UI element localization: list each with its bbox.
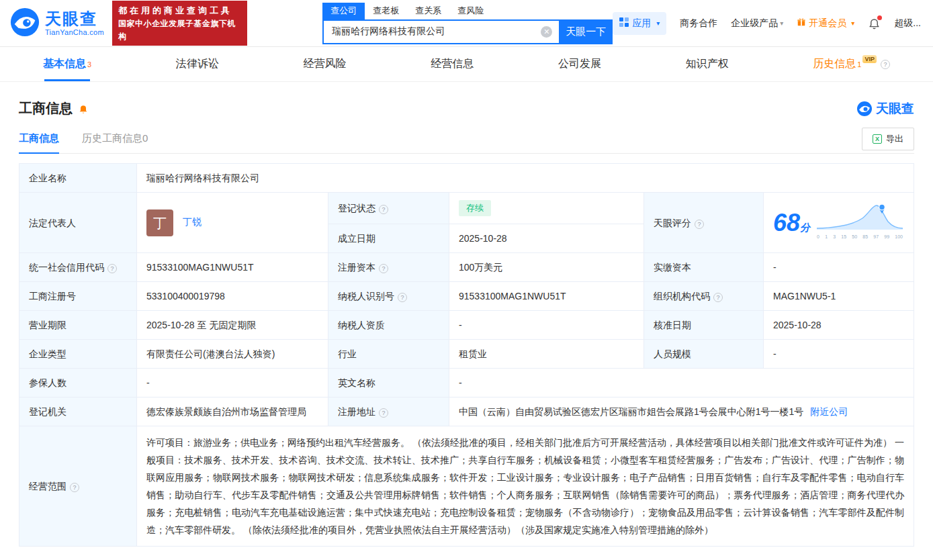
tianyancha-eye-icon — [856, 101, 873, 117]
field-label: 人员规模 — [644, 340, 764, 369]
org-code-value: MAG1NWU5-1 — [764, 282, 914, 311]
subtab-history-business-info[interactable]: 历史工商信息0 — [82, 124, 148, 153]
help-icon[interactable]: ? — [107, 264, 117, 273]
field-label: 营业期限 — [19, 311, 137, 340]
score-unit: 分 — [800, 222, 810, 233]
open-membership-menu[interactable]: 开通会员 ▾ — [797, 17, 854, 30]
help-icon[interactable]: ? — [379, 408, 388, 418]
reg-authority-value: 德宏傣族景颇族自治州市场监督管理局 — [137, 398, 328, 426]
search-block: 查公司 查老板 查关系 查风险 ✕ 天眼一下 — [322, 3, 613, 44]
subtab-business-info[interactable]: 工商信息 — [19, 124, 59, 153]
notification-bell[interactable] — [868, 17, 881, 30]
search-tab-boss[interactable]: 查老板 — [365, 3, 407, 19]
field-label: 英文名称 — [328, 369, 449, 398]
open-membership-label: 开通会员 — [809, 17, 846, 30]
legal-rep-avatar[interactable]: 丁 — [146, 209, 173, 236]
tab-company-development[interactable]: 公司发展 — [558, 47, 601, 81]
approval-date-value: 2025-10-28 — [764, 311, 914, 340]
legal-rep-cell: 丁 丁锐 — [137, 193, 328, 253]
apps-menu[interactable]: 应用 ▾ — [613, 12, 666, 35]
row-company-name: 企业名称 瑞丽哈行网络科技有限公司 — [19, 164, 914, 193]
reg-number-value: 533100400019798 — [137, 282, 328, 311]
apps-label: 应用 — [632, 17, 651, 30]
tab-operating-risk[interactable]: 经营风险 — [304, 47, 347, 81]
tab-history-count: 1 — [857, 60, 861, 68]
field-label: 参保人数 — [19, 369, 137, 398]
help-icon[interactable]: ? — [379, 205, 388, 214]
chevron-down-icon: ▾ — [851, 19, 854, 27]
tianyancha-logo[interactable]: 天眼查 TianYanCha.com — [9, 7, 104, 40]
reg-capital-value: 100万美元 — [449, 253, 644, 282]
legal-rep-name-link[interactable]: 丁锐 — [183, 216, 202, 227]
export-button[interactable]: X 导出 — [862, 128, 914, 150]
monitor-bell-icon[interactable] — [78, 103, 89, 114]
tab-operating-info[interactable]: 经营信息 — [431, 47, 474, 81]
reg-address-value: 中国（云南）自由贸易试验区德宏片区瑞丽市姐告会展路1号会展中心附1号一楼1号 — [459, 406, 803, 417]
export-label: 导出 — [886, 133, 903, 145]
top-header: 天眼查 TianYanCha.com 都在用的商业查询工具 国家中小企业发展子基… — [0, 0, 933, 47]
top-right-menu: 应用 ▾ 商务合作 企业级产品 ▾ 开通会员 ▾ 超级... — [613, 12, 921, 35]
field-label: 登记状态? — [328, 193, 449, 224]
field-label: 企业名称 — [19, 164, 137, 193]
enterprise-product-menu[interactable]: 企业级产品 ▾ — [731, 17, 783, 30]
row-reg-authority: 登记机关 德宏傣族景颇族自治州市场监督管理局 注册地址? 中国（云南）自由贸易试… — [19, 398, 914, 426]
field-label: 纳税人识别号? — [328, 282, 449, 311]
reg-address-cell: 中国（云南）自由贸易试验区德宏片区瑞丽市姐告会展路1号会展中心附1号一楼1号 附… — [449, 398, 914, 426]
row-insured-count: 参保人数 - 英文名称 - — [19, 369, 914, 398]
nearby-companies-link[interactable]: 附近公司 — [810, 406, 848, 417]
field-label: 登记机关 — [19, 398, 137, 426]
field-label: 经营范围? — [19, 426, 137, 547]
tianyancha-eye-icon — [9, 7, 40, 40]
row-credit-code: 统一社会信用代码? 91533100MAG1NWU51T 注册资本? 100万美… — [19, 253, 914, 282]
score-distribution-chart: 0131550859799100 — [817, 201, 903, 244]
business-scope-value: 许可项目：旅游业务；供电业务；网络预约出租汽车经营服务。 （依法须经批准的项目，… — [137, 426, 914, 547]
row-company-type: 企业类型 有限责任公司(港澳台法人独资) 行业 租赁业 人员规模 - — [19, 340, 914, 369]
field-label: 天眼评分? — [644, 193, 764, 253]
tab-basic-count: 3 — [87, 60, 91, 68]
row-legal-rep: 法定代表人 丁 丁锐 登记状态? 存续 天眼评分? 68分 0131550859 — [19, 193, 914, 224]
business-cooperation-link[interactable]: 商务合作 — [680, 17, 717, 30]
row-reg-number: 工商注册号 533100400019798 纳税人识别号? 91533100MA… — [19, 282, 914, 311]
super-vip-link[interactable]: 超级... — [894, 17, 921, 30]
tab-legal-proceedings[interactable]: 法律诉讼 — [176, 47, 219, 81]
clear-icon[interactable]: ✕ — [541, 26, 552, 38]
business-term-value: 2025-10-28 至 无固定期限 — [137, 311, 328, 340]
page-title: 工商信息 — [19, 99, 73, 118]
row-business-scope: 经营范围? 许可项目：旅游业务；供电业务；网络预约出租汽车经营服务。 （依法须经… — [19, 426, 914, 547]
search-tab-risk[interactable]: 查风险 — [449, 3, 492, 19]
search-button[interactable]: 天眼一下 — [559, 19, 613, 44]
field-label: 行业 — [328, 340, 449, 369]
english-name-value: - — [449, 369, 914, 398]
field-label: 统一社会信用代码? — [19, 253, 137, 282]
field-label: 核准日期 — [644, 311, 764, 340]
staff-size-value: - — [764, 340, 914, 369]
tab-basic-info[interactable]: 基本信息3 — [43, 47, 91, 81]
tab-history-info[interactable]: 历史信息1 VIP ? — [813, 47, 890, 81]
help-icon[interactable]: ? — [881, 60, 890, 69]
score-cell: 68分 0131550859799100 — [764, 193, 914, 253]
enterprise-product-label: 企业级产品 — [731, 17, 778, 30]
brand-domain: TianYanCha.com — [45, 28, 104, 36]
help-icon[interactable]: ? — [379, 264, 388, 273]
company-tab-bar: 基本信息3 法律诉讼 经营风险 经营信息 公司发展 知识产权 历史信息1 VIP… — [0, 47, 933, 82]
help-icon[interactable]: ? — [713, 293, 723, 302]
field-label: 组织机构代码? — [644, 282, 764, 311]
search-tab-company[interactable]: 查公司 — [322, 3, 365, 19]
insured-count-value: - — [137, 369, 328, 398]
help-icon[interactable]: ? — [398, 293, 407, 302]
tab-intellectual-property[interactable]: 知识产权 — [686, 47, 729, 81]
score-value: 68 — [773, 209, 800, 236]
search-tab-relation[interactable]: 查关系 — [407, 3, 449, 19]
help-icon[interactable]: ? — [70, 483, 79, 492]
company-name-value: 瑞丽哈行网络科技有限公司 — [137, 164, 914, 193]
help-icon[interactable]: ? — [695, 220, 704, 229]
status-badge: 存续 — [459, 200, 491, 216]
score-chart-axis: 0131550859799100 — [817, 230, 903, 244]
reg-status-cell: 存续 — [449, 193, 644, 224]
field-label: 注册地址? — [328, 398, 449, 426]
field-label: 注册资本? — [328, 253, 449, 282]
grid-icon — [619, 17, 629, 29]
business-info-table: 企业名称 瑞丽哈行网络科技有限公司 法定代表人 丁 丁锐 登记状态? 存续 天眼… — [19, 163, 914, 547]
field-label: 企业类型 — [19, 340, 137, 369]
search-input[interactable] — [322, 19, 559, 44]
